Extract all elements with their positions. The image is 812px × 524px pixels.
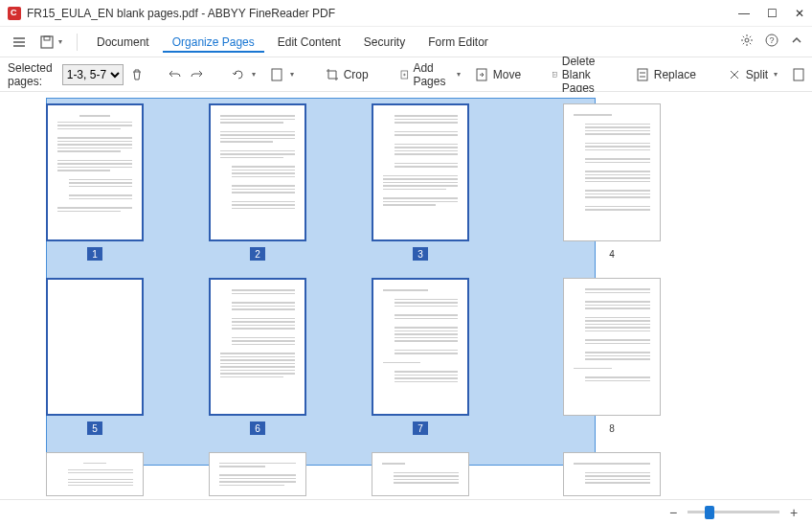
crop-label: Crop [344,68,369,81]
statusbar: − + [0,499,812,524]
more-options-button[interactable]: ▾ [787,65,812,84]
chevron-down-icon: ▾ [457,70,461,79]
page-number-7: 7 [413,421,428,435]
page-thumb-5[interactable]: 5 [46,278,144,435]
page-number-4: 4 [604,247,620,261]
undo-icon[interactable] [168,65,183,84]
page-thumb-9[interactable] [46,452,144,496]
menu-organize-pages[interactable]: Organize Pages [163,32,264,53]
menu-document[interactable]: Document [87,32,159,53]
chevron-down-icon: ▾ [252,70,256,79]
workspace[interactable]: 1 2 [0,92,812,499]
delete-blank-label: Delete Blank Pages [562,55,604,95]
zoom-slider-thumb[interactable] [705,506,714,519]
zoom-in-button[interactable]: + [787,505,801,520]
page-thumb-10[interactable] [209,452,306,496]
redo-icon[interactable] [189,65,204,84]
save-dropdown-button[interactable]: ▾ [34,31,67,54]
page-number-3: 3 [413,247,428,261]
hamburger-menu-button[interactable] [8,31,31,54]
app-icon [8,7,21,20]
zoom-out-button[interactable]: − [666,505,680,520]
move-label: Move [493,68,521,81]
document-name: FR15_EULA_EN blank pages.pdf [27,7,198,20]
svg-rect-9 [638,69,647,80]
svg-point-2 [745,38,749,42]
add-pages-button[interactable]: Add Pages ▾ [395,59,464,90]
page-thumb-11[interactable] [372,452,469,496]
delete-blank-pages-button[interactable]: Delete Blank Pages [548,53,608,97]
page-thumb-6[interactable]: 6 [209,278,306,435]
crop-button[interactable]: Crop [321,65,372,84]
close-button[interactable]: ✕ [795,7,804,20]
selected-pages-label: Selected pages: [8,61,53,88]
toolbar: Selected pages: 1-3, 5-7 ▾ ▾ Crop Add Pa… [0,57,812,92]
menubar: ▾ Document Organize Pages Edit Content S… [0,27,812,57]
page-number-6: 6 [250,421,265,435]
titlebar: FR15_EULA_EN blank pages.pdf - ABBYY Fin… [0,0,812,27]
zoom-slider[interactable] [688,511,779,513]
menu-form-editor[interactable]: Form Editor [418,32,498,53]
minimize-button[interactable]: — [738,7,750,20]
page-thumb-8[interactable]: 8 [563,278,661,435]
page-thumb-12[interactable] [563,452,661,496]
chevron-down-icon: ▾ [58,37,62,46]
page-number-1: 1 [87,247,102,261]
page-number-5: 5 [87,421,102,435]
collapse-icon[interactable] [789,33,804,51]
menu-security[interactable]: Security [354,32,415,53]
rotate-button[interactable]: ▾ [227,65,259,84]
chevron-down-icon: ▾ [774,70,778,79]
menu-edit-content[interactable]: Edit Content [268,32,350,53]
page-options-button[interactable]: ▾ [265,65,298,84]
replace-button[interactable]: Replace [631,65,700,84]
svg-rect-10 [794,69,803,80]
svg-rect-0 [41,36,53,48]
settings-icon[interactable] [739,33,755,51]
replace-label: Replace [654,68,696,81]
chevron-down-icon: ▾ [290,70,294,79]
add-pages-label: Add Pages [413,61,450,88]
help-icon[interactable]: ? [764,33,779,51]
svg-rect-5 [272,69,282,80]
split-label: Split [746,68,768,81]
move-button[interactable]: Move [470,65,525,84]
app-name: ABBYY FineReader PDF [208,7,335,20]
page-thumb-3[interactable]: 3 [372,103,469,261]
page-number-8: 8 [604,421,620,435]
window-controls: — ☐ ✕ [738,7,804,20]
split-button[interactable]: Split ▾ [723,65,781,84]
page-number-2: 2 [250,247,265,261]
page-thumb-4[interactable]: 4 [563,103,661,261]
svg-text:?: ? [769,35,774,45]
selected-pages-select[interactable]: 1-3, 5-7 [62,64,124,85]
page-thumb-7[interactable]: 7 [372,278,469,435]
window-title: FR15_EULA_EN blank pages.pdf - ABBYY Fin… [27,7,738,20]
divider [77,34,78,51]
maximize-button[interactable]: ☐ [767,7,778,20]
page-thumb-2[interactable]: 2 [209,103,306,261]
delete-icon[interactable] [129,65,145,84]
page-thumb-1[interactable]: 1 [46,103,144,261]
